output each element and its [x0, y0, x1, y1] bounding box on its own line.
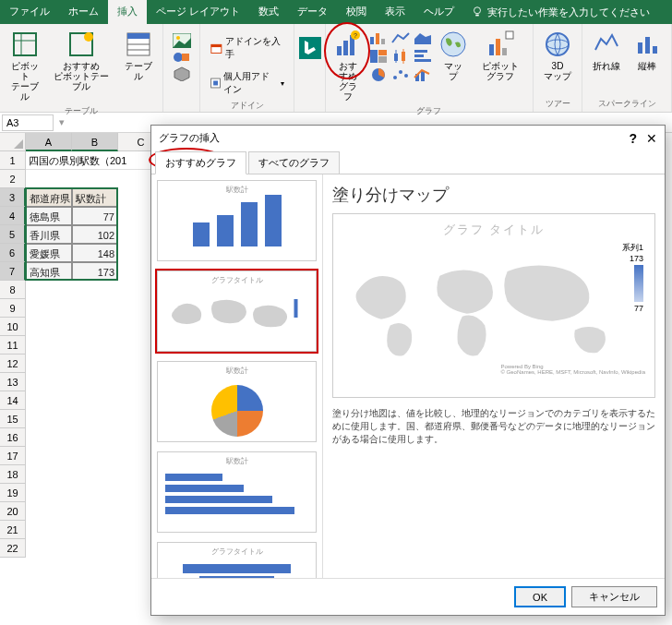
tab-all-charts[interactable]: すべてのグラフ [248, 151, 340, 174]
cell-b7[interactable]: 173 [72, 262, 118, 281]
table-button[interactable]: テーブル [119, 28, 157, 83]
cell-a7[interactable]: 高知県 [26, 262, 72, 281]
tab-insert[interactable]: 挿入 [108, 0, 147, 24]
scatter-chart-icon[interactable] [390, 66, 411, 83]
thumbnails-pane[interactable]: 駅数計 グラフタイトル 駅数計 駅数計 グラフタイトル [151, 174, 323, 578]
row-header[interactable]: 7 [0, 262, 26, 281]
line-chart-icon[interactable] [390, 30, 411, 46]
svg-rect-27 [370, 50, 378, 63]
tab-home[interactable]: ホーム [59, 0, 108, 24]
cancel-button[interactable]: キャンセル [571, 586, 657, 607]
select-all[interactable] [0, 133, 26, 151]
tab-formulas[interactable]: 数式 [249, 0, 288, 24]
cell-b4[interactable]: 77 [72, 207, 118, 225]
tab-pagelayout[interactable]: ページ レイアウト [147, 0, 249, 24]
thumb-pie-chart[interactable]: 駅数計 [157, 361, 317, 442]
cell-a6[interactable]: 愛媛県 [26, 244, 72, 262]
close-button[interactable]: ✕ [646, 131, 657, 146]
cell-a1[interactable]: 四国の県別駅数（201 [26, 151, 164, 170]
pivot-table-icon [10, 30, 40, 59]
bar-chart-icon[interactable] [413, 48, 433, 65]
map-button[interactable]: マップ [437, 28, 470, 83]
area-chart-icon[interactable] [413, 30, 433, 46]
sparkline-col-button[interactable]: 縦棒 [629, 28, 666, 73]
row-header[interactable]: 13 [0, 373, 26, 391]
thumb-column-chart[interactable]: 駅数計 [157, 180, 317, 261]
pivot-table-button[interactable]: ピボット テーブル [6, 28, 43, 103]
row-header[interactable]: 3 [0, 188, 26, 207]
sparkline-line-button[interactable]: 折れ線 [588, 28, 625, 73]
col-header-a[interactable]: A [26, 133, 72, 151]
hier-chart-icon[interactable] [368, 48, 389, 65]
row-header[interactable]: 10 [0, 318, 26, 336]
row-header[interactable]: 19 [0, 484, 26, 502]
svg-rect-45 [496, 39, 500, 55]
row-header[interactable]: 6 [0, 244, 26, 262]
row-header[interactable]: 9 [0, 299, 26, 318]
dialog-title: グラフの挿入 [159, 131, 220, 146]
model-icon[interactable] [173, 66, 191, 81]
svg-point-43 [441, 32, 465, 56]
cell-b6[interactable]: 148 [72, 244, 118, 262]
preview-description: 塗り分け地図は、値を比較し、地理的なリージョンでのカテゴリを表示するために使用し… [332, 407, 655, 446]
picture-icon[interactable] [173, 33, 191, 48]
sparkcol-icon [632, 30, 662, 59]
row-header[interactable]: 17 [0, 447, 26, 465]
my-addins-button[interactable]: 個人用アドイン▾ [206, 68, 288, 98]
combo-chart-icon[interactable] [413, 66, 433, 83]
thumb-bar-chart[interactable]: 駅数計 [157, 451, 317, 533]
3d-map-button[interactable]: 3D マップ [539, 28, 576, 83]
lightbulb-icon [471, 6, 484, 18]
row-header[interactable]: 21 [0, 521, 26, 539]
row-header[interactable]: 14 [0, 391, 26, 410]
tab-file[interactable]: ファイル [0, 0, 59, 24]
row-header[interactable]: 5 [0, 225, 26, 244]
row-header[interactable]: 2 [0, 170, 26, 188]
stat-chart-icon[interactable] [390, 48, 411, 65]
shapes-icon[interactable] [173, 50, 191, 65]
svg-text:?: ? [354, 32, 357, 39]
row-header[interactable]: 20 [0, 502, 26, 521]
bing-icon[interactable] [299, 37, 321, 59]
thumb-map-chart[interactable]: グラフタイトル [157, 270, 317, 352]
name-box-dropdown[interactable]: ▾ [54, 116, 70, 128]
row-header[interactable]: 22 [0, 539, 26, 558]
row-header[interactable]: 15 [0, 410, 26, 428]
legend: 系列1 173 77 [622, 242, 643, 313]
recommended-charts-button[interactable]: ? おすすめ グラフ [331, 28, 365, 103]
row-header[interactable]: 8 [0, 281, 26, 299]
cell-b3[interactable]: 駅数計 [72, 188, 118, 207]
cell-a3[interactable]: 都道府県 [26, 188, 72, 207]
tab-data[interactable]: データ [288, 0, 337, 24]
rec-pivot-icon [66, 30, 96, 59]
tab-view[interactable]: 表示 [376, 0, 414, 24]
get-addins-button[interactable]: アドインを入手 [206, 33, 288, 63]
table-icon [124, 30, 153, 59]
name-box[interactable] [2, 114, 54, 131]
cell-a5[interactable]: 香川県 [26, 225, 72, 244]
col-chart-icon[interactable] [368, 30, 389, 46]
recommended-pivot-button[interactable]: おすすめ ピボットテーブル [47, 28, 115, 93]
tab-recommended[interactable]: おすすめグラフ [155, 151, 246, 174]
row-header[interactable]: 16 [0, 428, 26, 447]
row-header[interactable]: 18 [0, 465, 26, 484]
pivot-chart-button[interactable]: ピボットグラフ [474, 28, 527, 83]
row-header[interactable]: 1 [0, 151, 26, 170]
thumb-funnel-chart[interactable]: グラフタイトル [157, 542, 317, 578]
help-button[interactable]: ? [629, 131, 637, 146]
store-icon [210, 41, 223, 55]
tab-help[interactable]: ヘルプ [414, 0, 463, 24]
ok-button[interactable]: OK [514, 586, 566, 607]
tab-review[interactable]: 校閲 [337, 0, 376, 24]
row-header[interactable]: 12 [0, 355, 26, 373]
row-header[interactable]: 4 [0, 207, 26, 225]
pie-chart-icon[interactable] [368, 66, 389, 83]
col-header-b[interactable]: B [72, 133, 118, 151]
svg-rect-13 [182, 54, 189, 61]
group-tours-label: ツアー [546, 96, 570, 112]
cell-a4[interactable]: 徳島県 [26, 207, 72, 225]
svg-rect-44 [489, 44, 494, 55]
row-header[interactable]: 11 [0, 336, 26, 355]
tell-me[interactable]: 実行したい作業を入力してください [471, 0, 650, 24]
cell-b5[interactable]: 102 [72, 225, 118, 244]
